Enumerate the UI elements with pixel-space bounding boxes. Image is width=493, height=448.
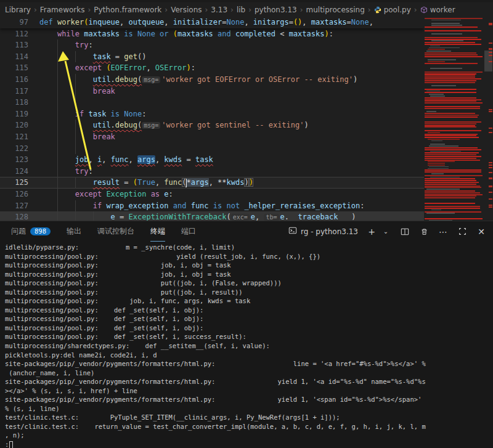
code-token: ): [347, 213, 356, 221]
breadcrumb-item-library[interactable]: Library: [5, 6, 31, 14]
line-number[interactable]: 125: [0, 177, 28, 189]
line-number[interactable]: 112: [0, 28, 28, 40]
code-line[interactable]: 123 job, i, func, args, kwds = task: [0, 154, 424, 166]
line-number[interactable]: 121: [0, 131, 28, 143]
line-number[interactable]: 117: [0, 86, 28, 97]
code-token: =: [115, 213, 129, 221]
code-line[interactable]: 124 try:: [0, 166, 424, 177]
terminal-tab[interactable]: rg - python3.13: [288, 226, 358, 237]
line-number[interactable]: 116: [0, 74, 28, 86]
panel-tab-label: 终端: [150, 226, 165, 237]
breadcrumb-item-versions[interactable]: Versions: [171, 6, 202, 14]
vertical-scrollbar[interactable]: [484, 17, 493, 221]
breadcrumb: Library›Frameworks›Python.framework›Vers…: [0, 3, 493, 17]
code-token: Exception: [106, 190, 150, 198]
line-number[interactable]: 119: [0, 108, 28, 120]
panel-tab-problems[interactable]: 问题898: [11, 221, 51, 242]
breadcrumb-item-worker[interactable]: worker: [420, 6, 455, 14]
kill-terminal-button[interactable]: [418, 226, 430, 237]
panel-tab-terminal[interactable]: 终端: [150, 221, 165, 242]
breadcrumb-item-multiprocessing[interactable]: multiprocessing: [306, 6, 365, 14]
overview-ruler-mark: [489, 185, 492, 187]
code-token: *: [186, 178, 190, 187]
line-number[interactable]: 127: [0, 200, 28, 212]
sticky-code-line[interactable]: 97def worker(inqueue, outqueue, initiali…: [0, 17, 424, 28]
new-terminal-button[interactable]: +: [366, 226, 377, 237]
line-number[interactable]: 118: [0, 97, 28, 108]
code-line[interactable]: 115 except (EOFError, OSError):: [0, 62, 424, 74]
code-line[interactable]: 122: [0, 143, 424, 155]
code-line[interactable]: 114 task = get(): [0, 51, 424, 63]
code-text: if task is None:: [39, 108, 146, 120]
line-number[interactable]: 128: [0, 211, 28, 221]
indent-guide: [75, 131, 76, 143]
code-line[interactable]: 116 util.debug(msg='worker got EOFError …: [0, 74, 424, 86]
terminal-output[interactable]: idlelib/pyparse.py: m = _synchre(code, i…: [0, 242, 493, 448]
line-number[interactable]: 97: [0, 17, 28, 28]
minimap-highlight: [425, 76, 475, 78]
code-line[interactable]: 126 except Exception as e:: [0, 189, 424, 200]
code-token: try: [75, 167, 89, 176]
code-editor[interactable]: 97def worker(inqueue, outqueue, initiali…: [0, 17, 493, 221]
code-token: .: [111, 75, 115, 84]
code-line[interactable]: 112 while maxtasks is None or (maxtasks …: [0, 28, 424, 40]
code-token: e: [164, 190, 168, 198]
code-line[interactable]: 119 if task is None:: [0, 108, 424, 120]
line-number[interactable]: 124: [0, 166, 28, 177]
maximize-panel-button[interactable]: [457, 226, 468, 237]
breadcrumb-item-pool-py[interactable]: pool.py: [374, 6, 411, 14]
breadcrumb-item-python3-13[interactable]: python3.13: [255, 6, 297, 14]
line-number[interactable]: 115: [0, 62, 28, 74]
code-line[interactable]: 127 if wrap_exception and func is not _h…: [0, 200, 424, 212]
breadcrumb-item-python-framework[interactable]: Python.framework: [94, 6, 161, 14]
code-column[interactable]: 97def worker(inqueue, outqueue, initiali…: [0, 17, 424, 221]
split-terminal-button[interactable]: [399, 226, 410, 237]
code-line[interactable]: 128 e = ExceptionWithTraceback(exc=e, tb…: [0, 211, 424, 221]
line-number[interactable]: 123: [0, 154, 28, 166]
code-token: debug: [115, 75, 137, 84]
panel-tab-ports[interactable]: 端口: [181, 221, 196, 242]
code-token: <: [280, 30, 288, 38]
code-line[interactable]: 121 break: [0, 131, 424, 143]
minimap-highlight: [425, 154, 476, 155]
code-token: util: [93, 75, 111, 84]
minimap-highlight: [425, 42, 475, 43]
overview-ruler-mark: [489, 128, 492, 129]
indent-guide: [57, 177, 58, 189]
minimap-highlight: [425, 130, 481, 131]
minimap-highlight: [425, 75, 475, 76]
panel-tab-output[interactable]: 输出: [67, 221, 81, 242]
code-line[interactable]: 125 result = (True, func(*args, **kwds)): [0, 177, 424, 189]
line-number[interactable]: 114: [0, 51, 28, 63]
code-token: =: [120, 178, 133, 187]
code-token: (: [173, 30, 177, 38]
code-line[interactable]: 113 try:: [0, 39, 424, 51]
code-token: break: [93, 132, 115, 141]
line-number[interactable]: 126: [0, 189, 28, 200]
terminal-prompt[interactable]: :: [5, 440, 493, 448]
minimap-highlight: [425, 123, 476, 124]
line-number[interactable]: 120: [0, 120, 28, 131]
breadcrumb-item-3-13[interactable]: 3.13: [211, 6, 227, 14]
indent-guide: [57, 86, 58, 97]
line-number[interactable]: 122: [0, 143, 28, 155]
code-line[interactable]: 118: [0, 97, 424, 108]
code-line[interactable]: 117 break: [0, 86, 424, 97]
code-token: None: [227, 18, 245, 26]
launch-profile-chevron-icon[interactable]: ⌄: [380, 226, 391, 237]
code-token: job: [75, 155, 89, 164]
close-panel-button[interactable]: ✕: [476, 226, 487, 237]
overview-ruler-mark: [489, 205, 492, 206]
minimap[interactable]: [424, 17, 484, 221]
code-text: while maxtasks is None or (maxtasks and …: [39, 28, 333, 40]
minimap-highlight: [425, 195, 476, 197]
terminal-row: multiprocessing/pool.py: job, i, func, a…: [5, 296, 493, 306]
more-actions-button[interactable]: ⋯: [438, 226, 449, 237]
minimap-highlight: [428, 61, 445, 62]
code-line[interactable]: 120 util.debug(msg='worker got sentinel …: [0, 120, 424, 131]
breadcrumb-item-lib[interactable]: lib: [237, 6, 245, 14]
line-number[interactable]: 113: [0, 39, 28, 51]
terminal-row: site-packages/pip/_vendor/pygments/forma…: [5, 377, 493, 386]
breadcrumb-item-frameworks[interactable]: Frameworks: [40, 6, 85, 14]
panel-tab-debug-console[interactable]: 调试控制台: [97, 221, 134, 242]
